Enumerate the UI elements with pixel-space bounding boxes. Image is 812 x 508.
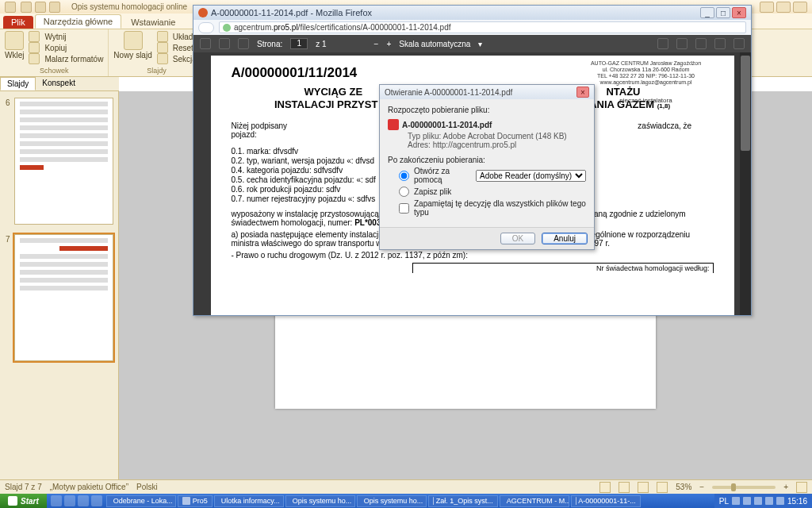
firefox-minimize-button[interactable]: _ xyxy=(700,7,714,18)
pdf-zoom-in-button[interactable]: + xyxy=(386,40,391,48)
ppt-maximize-icon[interactable] xyxy=(776,2,791,13)
quick-launch xyxy=(47,495,106,506)
download-dialog: Otwieranie A-00000001-11-2014.pdf × Rozp… xyxy=(379,84,595,250)
qat-undo-icon[interactable] xyxy=(35,2,46,13)
firefox-back-button[interactable] xyxy=(198,22,214,33)
paste-button[interactable]: Wklej xyxy=(5,31,24,64)
powerpoint-statusbar: Slajd 7 z 7 „Motyw pakietu Office” Polsk… xyxy=(0,479,812,494)
cut-icon xyxy=(29,31,40,42)
copy-icon xyxy=(29,42,40,53)
pdf-page-input[interactable]: 1 xyxy=(290,38,308,49)
tab-insert[interactable]: Wstawianie xyxy=(123,16,183,29)
fit-to-window-icon[interactable] xyxy=(796,482,807,493)
format-painter-icon xyxy=(29,53,40,64)
pdf-next-page-icon[interactable] xyxy=(238,38,249,49)
task-button[interactable]: Zał. 1_Opis syst... xyxy=(428,495,498,507)
table-header: Nr świadectwa homologacji według: xyxy=(412,263,714,273)
slide-thumb-6[interactable]: 6 xyxy=(14,98,113,225)
zoom-out-button[interactable]: − xyxy=(699,483,704,491)
task-button[interactable]: AGCENTRUM - M... xyxy=(500,495,569,507)
tray-icon[interactable] xyxy=(732,497,740,505)
tray-icon[interactable] xyxy=(754,497,762,505)
tray-clock[interactable]: 15:16 xyxy=(787,497,807,506)
panel-tab-slides[interactable]: Slajdy xyxy=(0,77,36,90)
zoom-percent[interactable]: 53% xyxy=(676,483,691,491)
windows-taskbar: Start Odebrane - Loka... Pro5 Ulotka inf… xyxy=(0,494,812,508)
open-with-radio[interactable]: Otwórz za pomocą Adobe Reader (domyślny) xyxy=(399,167,586,184)
tab-home[interactable]: Narzędzia główne xyxy=(35,14,121,29)
pdf-prev-page-icon[interactable] xyxy=(219,38,230,49)
powerpoint-app-icon xyxy=(5,2,16,13)
tray-icon[interactable] xyxy=(765,497,773,505)
cut-button[interactable]: Wytnij xyxy=(29,31,103,42)
zoom-slider[interactable] xyxy=(712,486,776,489)
format-painter-button[interactable]: Malarz formatów xyxy=(29,53,103,64)
url-bar[interactable]: agcentrum.pro5.pl/files/certifications/A… xyxy=(219,21,746,33)
ppt-close-icon[interactable] xyxy=(793,2,807,13)
panel-tab-outline[interactable]: Konspekt xyxy=(36,77,82,90)
task-button[interactable]: Ulotka informacy... xyxy=(214,495,284,507)
after-download-label: Po zakończeniu pobierania: xyxy=(388,156,586,164)
status-slide-count: Slajd 7 z 7 xyxy=(5,483,42,491)
qat-redo-icon[interactable] xyxy=(49,2,60,13)
task-button[interactable]: A-00000001-11-... xyxy=(571,495,641,507)
pdf-page-label: Strona: xyxy=(257,40,282,48)
tray-icon[interactable] xyxy=(743,497,751,505)
firefox-maximize-button[interactable]: □ xyxy=(716,7,730,18)
app-icon xyxy=(182,497,190,505)
task-button[interactable]: Odebrane - Loka... xyxy=(106,495,176,507)
slide-thumb-7[interactable]: 7 xyxy=(14,234,113,361)
dialog-titlebar[interactable]: Otwieranie A-00000001-11-2014.pdf × xyxy=(380,85,594,99)
ql-icon[interactable] xyxy=(91,495,102,506)
pdf-file-icon xyxy=(388,119,399,130)
new-slide-button[interactable]: Nowy slajd xyxy=(113,31,151,64)
firefox-title-text: A-00000001-11-2014.pdf - Mozilla Firefox xyxy=(211,8,372,17)
view-normal-icon[interactable] xyxy=(599,482,611,493)
pdf-scroll-thumb[interactable] xyxy=(741,56,750,151)
status-language[interactable]: Polski xyxy=(136,483,158,491)
paste-icon xyxy=(5,31,24,50)
group-slides-label: Slajdy xyxy=(113,67,199,75)
tray-icon[interactable] xyxy=(776,497,784,505)
dialog-cancel-button[interactable]: Anuluj xyxy=(542,233,588,244)
remember-checkbox[interactable]: Zapamiętaj tę decyzję dla wszystkich pli… xyxy=(399,199,586,217)
start-button[interactable]: Start xyxy=(0,494,47,508)
pdf-print-icon[interactable] xyxy=(676,38,688,49)
chevron-down-icon[interactable]: ▾ xyxy=(478,40,482,48)
document-title: Opis systemu homologacji online xyxy=(71,2,187,11)
task-button[interactable]: Opis systemu ho... xyxy=(357,495,427,507)
ql-icon[interactable] xyxy=(64,495,75,506)
pdf-bookmark-icon[interactable] xyxy=(714,38,726,49)
pdf-scrollbar[interactable] xyxy=(740,52,751,315)
pdf-sidebar-toggle-icon[interactable] xyxy=(200,38,211,49)
view-slideshow-icon[interactable] xyxy=(657,482,668,493)
open-with-app-select[interactable]: Adobe Reader (domyślny) xyxy=(476,170,586,182)
ppt-minimize-icon[interactable] xyxy=(760,2,774,13)
dialog-ok-button[interactable]: OK xyxy=(500,233,535,244)
section-icon xyxy=(157,53,168,64)
ql-icon[interactable] xyxy=(51,495,62,506)
save-file-radio[interactable]: Zapisz plik xyxy=(399,187,586,197)
view-sorter-icon[interactable] xyxy=(619,482,630,493)
qat-save-icon[interactable] xyxy=(21,2,32,13)
ql-icon[interactable] xyxy=(78,495,89,506)
dialog-title-text: Otwieranie A-00000001-11-2014.pdf xyxy=(385,88,512,97)
firefox-close-button[interactable]: × xyxy=(732,7,746,18)
pdf-tools-icon[interactable] xyxy=(733,38,745,49)
pdf-download-icon[interactable] xyxy=(695,38,707,49)
view-reading-icon[interactable] xyxy=(638,482,649,493)
dialog-close-button[interactable]: × xyxy=(576,87,589,98)
firefox-titlebar[interactable]: A-00000001-11-2014.pdf - Mozilla Firefox… xyxy=(193,6,751,20)
copy-button[interactable]: Kopiuj xyxy=(29,42,103,53)
zoom-in-button[interactable]: + xyxy=(783,483,788,491)
pdf-zoom-mode[interactable]: Skala automatyczna xyxy=(399,40,470,48)
task-button[interactable]: Opis systemu ho... xyxy=(285,495,355,507)
pdf-zoom-out-button[interactable]: − xyxy=(374,40,379,48)
group-clipboard-label: Schowek xyxy=(5,67,103,75)
pdf-presentation-icon[interactable] xyxy=(657,38,668,49)
task-button[interactable]: Pro5 xyxy=(178,495,213,507)
tray-lang[interactable]: PL xyxy=(719,497,729,506)
app-icon xyxy=(433,497,434,505)
tab-file[interactable]: Plik xyxy=(3,16,33,29)
slide-panel-tabs: Slajdy Konspekt xyxy=(0,77,119,91)
